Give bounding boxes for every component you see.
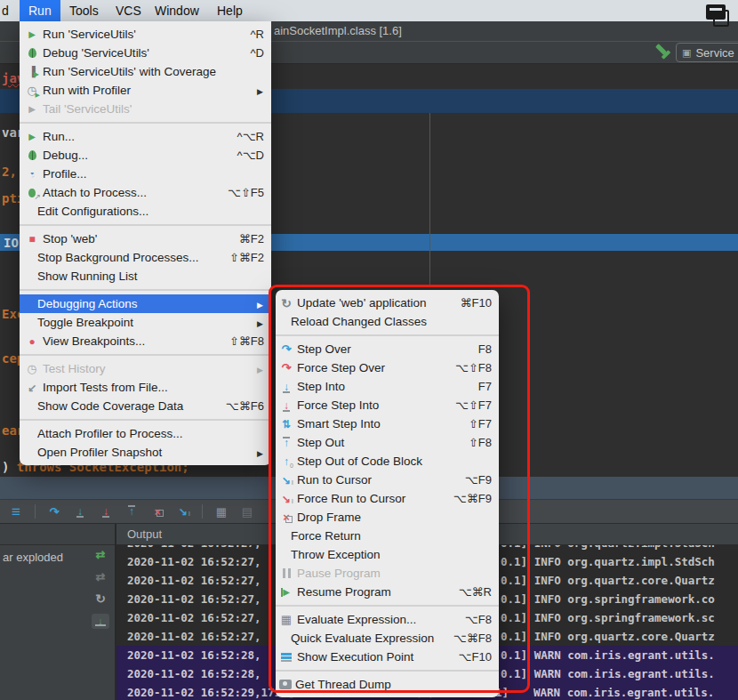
- profile-gauge-icon: [25, 167, 39, 181]
- menu-item-run-to-cursor[interactable]: Run to Cursor⌥F9: [276, 471, 499, 489]
- evaluate-expression-icon[interactable]: [214, 504, 229, 519]
- menu-item-evaluate-expression[interactable]: Evaluate Expression...⌥F8: [276, 610, 499, 629]
- menubar-item-run[interactable]: Run: [20, 0, 60, 21]
- artifact-tree-node[interactable]: ar exploded: [3, 551, 63, 564]
- code-fragment-io: IO: [4, 236, 19, 250]
- drop-frame-icon: [279, 511, 293, 525]
- menu-item-run-with-profiler[interactable]: Run with Profiler: [20, 81, 271, 100]
- menubar-item-tools[interactable]: Tools: [60, 0, 108, 21]
- force-step-into-icon: [279, 398, 293, 413]
- run-configuration-label: Service: [695, 46, 734, 60]
- swap-icon[interactable]: [93, 569, 108, 583]
- step-into-icon[interactable]: [73, 504, 87, 519]
- menu-item-show-running-list[interactable]: Show Running List: [20, 267, 271, 286]
- clock-icon: [25, 362, 39, 376]
- profiler-icon: [25, 84, 39, 98]
- menu-item-throw-exception[interactable]: Throw Exception: [276, 545, 499, 564]
- step-into-icon: [279, 380, 293, 394]
- menubar: d Run Tools VCS Window Help: [0, 0, 738, 21]
- step-out-icon[interactable]: [124, 504, 139, 519]
- menubar-item-vcs[interactable]: VCS: [107, 0, 150, 21]
- run-to-cursor-icon: [279, 473, 293, 487]
- resume-icon: [279, 585, 293, 599]
- menu-item-run-ellipsis[interactable]: Run...^⌥R: [20, 127, 271, 146]
- menu-separator: [20, 224, 271, 226]
- menu-item-view-breakpoints[interactable]: View Breakpoints...⇧⌘F8: [20, 332, 271, 350]
- coverage-icon: [25, 65, 39, 79]
- play-disabled-icon: [25, 102, 39, 117]
- menu-item-toggle-breakpoint[interactable]: Toggle Breakpoint: [20, 313, 271, 332]
- update-icon: [279, 296, 293, 310]
- force-run-to-cursor-icon: [279, 492, 293, 506]
- code-fragment-num: 2,: [2, 165, 17, 179]
- display-icon[interactable]: [706, 4, 726, 20]
- menu-item-profile[interactable]: Profile...: [20, 165, 271, 183]
- menu-item-update-web-application[interactable]: Update 'web' application⌘F10: [276, 294, 499, 312]
- toolbar-separator: [35, 504, 36, 519]
- services-panel-header: [0, 524, 115, 545]
- open-file-tab[interactable]: ainSocketImpl.class [1.6]: [274, 24, 402, 37]
- menu-item-force-return[interactable]: Force Return: [276, 527, 499, 545]
- menu-item-stop-background-processes[interactable]: Stop Background Processes...⇧⌘F2: [20, 248, 271, 267]
- menu-item-debugging-actions[interactable]: Debugging Actions: [20, 294, 271, 313]
- menu-item-force-step-into[interactable]: Force Step Into⌥⇧F7: [276, 396, 499, 414]
- menu-item-drop-frame[interactable]: Drop Frame: [276, 508, 499, 527]
- rerun-icon[interactable]: [93, 547, 108, 561]
- menubar-item-help[interactable]: Help: [208, 0, 252, 21]
- layout-settings-icon[interactable]: [240, 504, 254, 519]
- drop-frame-icon[interactable]: [150, 504, 164, 519]
- menu-separator: [20, 289, 271, 291]
- run-menu: Run 'ServiceUtils'^R Debug 'ServiceUtils…: [20, 21, 271, 465]
- services-panel: ar exploded: [0, 524, 116, 700]
- menu-item-force-step-over[interactable]: Force Step Over⌥⇧F8: [276, 358, 499, 377]
- step-over-icon[interactable]: [47, 504, 61, 519]
- menu-item-reload-changed-classes[interactable]: Reload Changed Classes: [276, 312, 499, 331]
- menu-item-run-with-coverage[interactable]: Run 'ServiceUtils' with Coverage: [20, 62, 271, 81]
- run-to-cursor-icon[interactable]: [176, 504, 190, 519]
- debug-icon: [25, 46, 39, 60]
- smart-step-into-icon: [279, 417, 293, 431]
- step-out-code-block-icon: [279, 455, 293, 469]
- submenu-arrow-icon: [257, 84, 263, 97]
- attach-process-icon: [25, 186, 39, 200]
- menu-item-import-tests[interactable]: Import Tests from File...: [20, 378, 271, 397]
- menu-item-step-into[interactable]: Step IntoF7: [276, 377, 499, 396]
- menu-item-force-run-to-cursor[interactable]: Force Run to Cursor⌥⌘F9: [276, 489, 499, 508]
- menu-item-run-serviceutils[interactable]: Run 'ServiceUtils'^R: [20, 25, 271, 44]
- menubar-item-build[interactable]: d: [0, 0, 18, 21]
- menu-item-show-execution-point[interactable]: Show Execution Point⌥F10: [276, 648, 499, 666]
- menu-item-step-out-of-code-block[interactable]: Step Out of Code Block: [276, 452, 499, 471]
- debugger-menu-icon[interactable]: [9, 504, 23, 519]
- pause-icon: [279, 567, 293, 581]
- menu-item-open-profiler-snapshot[interactable]: Open Profiler Snapshot: [20, 443, 271, 462]
- menu-item-stop-web[interactable]: Stop 'web'⌘F2: [20, 229, 271, 248]
- menu-item-edit-configurations[interactable]: Edit Configurations...: [20, 202, 271, 221]
- menu-item-quick-evaluate-expression[interactable]: Quick Evaluate Expression⌥⌘F8: [276, 629, 499, 648]
- menu-item-get-thread-dump[interactable]: Get Thread Dump: [276, 675, 499, 694]
- deploy-icon[interactable]: [92, 614, 109, 629]
- menu-item-step-over[interactable]: Step OverF8: [276, 340, 499, 358]
- services-panel-actions: [92, 547, 109, 629]
- camera-icon: [279, 680, 292, 689]
- menu-item-attach-to-process[interactable]: Attach to Process...⌥⇧F5: [20, 183, 271, 202]
- menu-item-debug-ellipsis[interactable]: Debug...^⌥D: [20, 146, 271, 165]
- refresh-icon[interactable]: [93, 591, 108, 606]
- ide-screen: ainSocketImpl.class [1.6] ▣ Service java…: [0, 0, 738, 700]
- force-step-over-icon: [279, 361, 293, 375]
- menu-item-step-out[interactable]: Step Out⇧F8: [276, 433, 499, 452]
- menu-item-debug-serviceutils[interactable]: Debug 'ServiceUtils'^D: [20, 44, 271, 62]
- menu-item-show-code-coverage[interactable]: Show Code Coverage Data⌥⌘F6: [20, 397, 271, 415]
- stop-icon: [25, 232, 39, 246]
- menubar-item-window[interactable]: Window: [146, 0, 208, 21]
- menu-item-resume-program[interactable]: Resume Program⌥⌘R: [276, 583, 499, 601]
- toolbar-separator: [202, 504, 203, 519]
- run-configuration-selector[interactable]: ▣ Service: [676, 43, 738, 62]
- build-hammer-icon[interactable]: [655, 44, 670, 60]
- menu-item-attach-profiler[interactable]: Attach Profiler to Process...: [20, 424, 271, 443]
- debugging-actions-submenu: Update 'web' application⌘F10 Reload Chan…: [276, 290, 499, 697]
- menu-item-smart-step-into[interactable]: Smart Step Into⇧F7: [276, 414, 499, 433]
- menu-separator: [20, 354, 271, 356]
- force-step-into-icon[interactable]: [99, 504, 113, 519]
- evaluate-icon: [279, 613, 293, 627]
- menu-separator: [20, 122, 271, 124]
